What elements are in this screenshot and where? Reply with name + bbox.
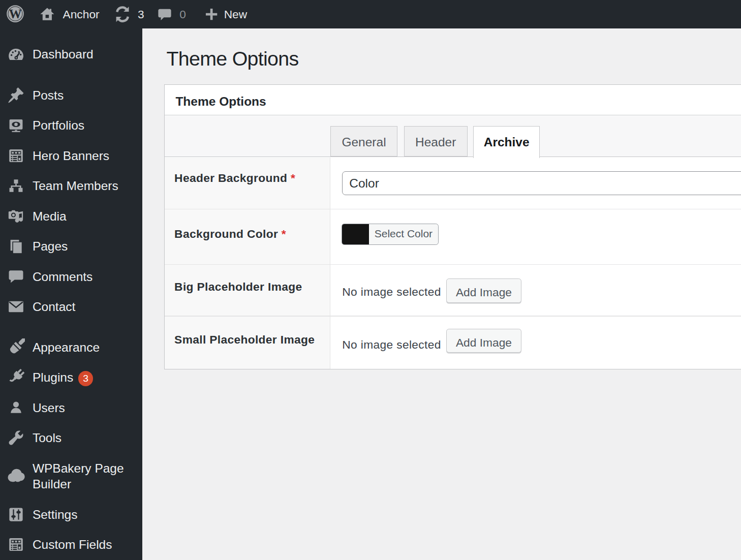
svg-text:W: W: [9, 7, 21, 21]
